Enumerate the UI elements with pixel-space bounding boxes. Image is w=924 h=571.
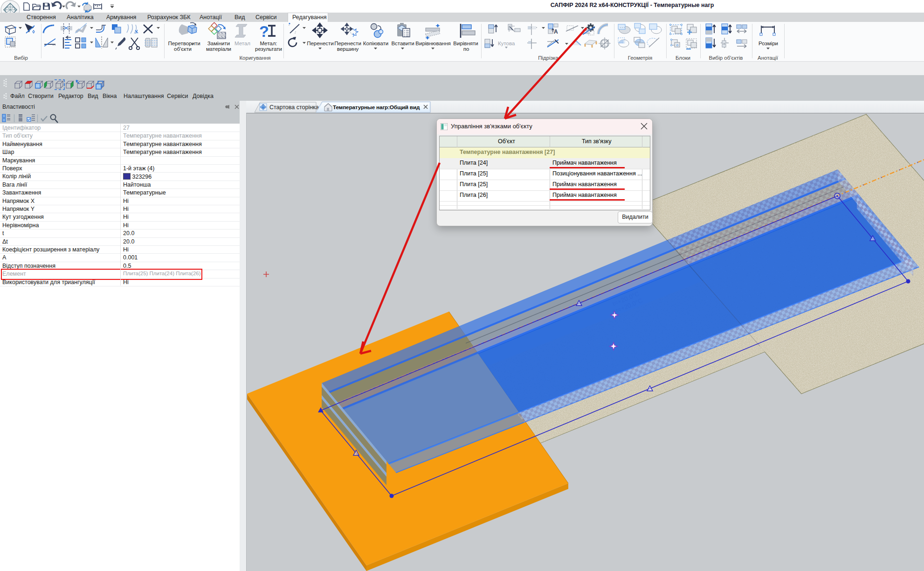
svg-text:Вставити: Вставити <box>391 41 414 46</box>
svg-text:A: A <box>554 28 558 35</box>
svg-text:об'єкти: об'єкти <box>174 46 192 52</box>
svg-text:Замінити: Замінити <box>207 41 230 46</box>
svg-text:по: по <box>463 46 469 52</box>
svg-text:Вирівнювання: Вирівнювання <box>415 41 450 46</box>
svg-text:Вирівняти: Вирівняти <box>453 41 478 46</box>
svg-text:Метал: Метал <box>234 41 250 46</box>
svg-text:Перенести: Перенести <box>334 41 361 46</box>
svg-text:?: ? <box>259 22 269 40</box>
svg-text:Вибір об'єктів: Вибір об'єктів <box>709 55 743 61</box>
svg-text:Перенести: Перенести <box>307 41 334 46</box>
svg-text:вершину: вершину <box>337 46 359 52</box>
svg-text:Підрізка: Підрізка <box>538 55 559 61</box>
svg-text:Копіювати: Копіювати <box>363 41 388 46</box>
svg-text:Коригування: Коригування <box>239 55 270 61</box>
svg-text:Стартова сторінка: Стартова сторінка <box>269 104 319 111</box>
svg-text:матеріали: матеріали <box>206 46 231 52</box>
svg-text:Геометрія: Геометрія <box>628 55 653 61</box>
svg-text:результати: результати <box>255 46 282 52</box>
svg-text:Анотації: Анотації <box>758 55 779 61</box>
svg-text:Розміри: Розміри <box>759 41 778 46</box>
svg-text:Кутова: Кутова <box>498 41 515 46</box>
svg-text:Перетворити: Перетворити <box>168 41 200 46</box>
svg-text:Вибір: Вибір <box>14 55 28 61</box>
svg-text:Температурные нагр:Общий вид: Температурные нагр:Общий вид <box>333 104 420 111</box>
svg-text:Блоки: Блоки <box>676 55 690 61</box>
svg-text:Метал:: Метал: <box>260 41 277 46</box>
